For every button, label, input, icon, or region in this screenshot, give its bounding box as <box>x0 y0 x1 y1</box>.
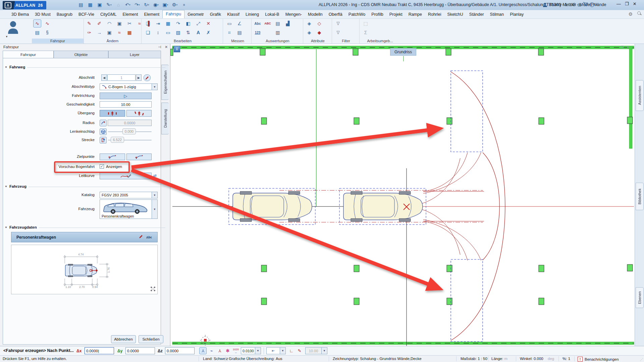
tab-baugrub[interactable]: Baugrub <box>54 11 75 18</box>
attribut-icon[interactable]: ◈ <box>305 19 313 27</box>
status-laenge[interactable]: Länge: m <box>491 357 507 361</box>
section-fahrzeugdaten[interactable]: ▼ Fahrzeugdaten <box>5 225 165 230</box>
text-icon[interactable]: A <box>194 28 202 37</box>
strecke-slider[interactable]: 6.522 <box>108 137 152 143</box>
duplizieren-icon[interactable]: ❏ <box>144 28 152 37</box>
abschnitt-edit-button[interactable] <box>144 74 151 81</box>
maximize-button[interactable]: ❐ <box>625 1 629 6</box>
tab-staender[interactable]: Ständer <box>466 11 487 18</box>
open-project-icon[interactable]: ▤ <box>77 1 85 8</box>
user-box[interactable]: Thierry Metzler ⊞ ? ▾ <box>543 2 597 7</box>
help-caret-icon[interactable]: ▾ <box>596 3 597 6</box>
strecke-messen-icon[interactable]: ⌗ <box>225 28 233 37</box>
abstand-icon[interactable]: ↕ <box>154 28 162 37</box>
anzeigen-checkbox[interactable]: ✓ <box>100 164 104 169</box>
tab-bcf-vie[interactable]: BCF-Vie <box>75 11 97 18</box>
tab-lokal-b[interactable]: Lokal-B <box>262 11 282 18</box>
fahrtrichtung-button[interactable]: ▷ <box>100 93 152 99</box>
stift-icon[interactable]: ✎ <box>85 19 93 27</box>
leitkurve-zuordnen-icon[interactable]: ⇄ <box>153 173 157 178</box>
drawing-canvas[interactable] <box>170 44 635 346</box>
anordnen-icon[interactable]: ▦ <box>164 19 172 27</box>
side-tab-darstellung[interactable]: Darstellung <box>161 103 169 134</box>
skizzier-icon[interactable]: ✎ <box>296 347 303 354</box>
search-ghost-icon[interactable]: ⌂ <box>115 1 122 8</box>
status-ueberschreibung[interactable]: Grafische Überschreibung: Aus <box>229 357 282 361</box>
fahrzeug-beschriften-icon[interactable]: A̲bc <box>146 236 152 239</box>
tab-stilman[interactable]: Stilman <box>487 11 507 18</box>
radius-pick-button[interactable] <box>100 120 107 126</box>
fahrspur-erzeugen-icon[interactable]: ∿ <box>33 19 41 27</box>
loeschen-icon[interactable]: ✕ <box>204 19 212 27</box>
tab-element-2[interactable]: Element <box>141 11 162 18</box>
info-icon[interactable]: i <box>174 46 180 52</box>
punkt-verfolgung-icon[interactable]: ⌁ <box>208 347 215 354</box>
bogen-icon[interactable]: ◠ <box>105 19 113 27</box>
status-land[interactable]: Land: Schweiz <box>203 357 228 361</box>
filter2-icon[interactable]: ∇ <box>334 28 342 37</box>
tab-klassif[interactable]: Klassif <box>224 11 243 18</box>
rahmen-icon[interactable]: ▭ <box>164 28 172 37</box>
tab-3d-bema[interactable]: 3D Bema <box>8 11 32 18</box>
tab-rampe[interactable]: Rampe <box>406 11 425 18</box>
tab-grafik[interactable]: Grafik <box>207 11 224 18</box>
tools-icon[interactable]: ⚙▾ <box>171 1 178 8</box>
viewport-close-icon[interactable]: ✕ <box>626 45 629 50</box>
abschnittstyp-dropdown[interactable]: C-Bogen 1-zügig ▼ <box>100 83 158 90</box>
abschnitt-prev-icon[interactable]: ◀ <box>101 74 107 81</box>
spur-icon[interactable]: Y <box>216 347 223 354</box>
ausrichten-icon[interactable]: ⇅ <box>184 28 192 37</box>
radius-input[interactable]: 0.0000 <box>108 120 152 126</box>
close-palette-icon[interactable]: ✕ <box>165 45 168 49</box>
vehicle-left[interactable] <box>233 191 312 222</box>
punkt-fang-icon[interactable]: ✻ <box>224 347 231 354</box>
linie-wandeln-icon[interactable]: ≈ <box>115 28 123 37</box>
lenkeinschlag-button[interactable] <box>100 128 107 135</box>
avatar-caret-icon[interactable]: ▼ <box>5 35 8 38</box>
drehen-icon[interactable]: ↷ <box>174 19 182 27</box>
tab-rohrlei[interactable]: Rohrlei <box>425 11 444 18</box>
page-copy-icon[interactable]: ▣▾ <box>162 1 169 8</box>
vehicle-right[interactable] <box>343 191 423 222</box>
close-button[interactable]: ✕ <box>633 1 637 6</box>
abbrechen-button[interactable]: Abbrechen <box>111 335 136 343</box>
uebergang-klothoide-button[interactable] <box>126 110 152 117</box>
abc-icon[interactable]: Abc <box>254 19 262 27</box>
fahrzeug-dropdown[interactable]: Personenkraftwagen ▼ <box>100 199 158 219</box>
dx-input[interactable]: 0.0000| <box>85 347 114 354</box>
diagramm-icon[interactable]: ▟ <box>284 19 292 27</box>
tab-mengen[interactable]: Mengen- <box>282 11 305 18</box>
connect-icon[interactable]: ⊞ <box>578 2 581 7</box>
struktur-icon[interactable]: ▦ <box>125 28 133 37</box>
edit-document-icon[interactable]: ✎▾ <box>105 1 113 8</box>
linienfang-dropdown[interactable]: ⇤▼ <box>266 347 286 354</box>
dz-input[interactable]: 0.0000 <box>165 347 195 354</box>
dropdown-caret-icon[interactable]: ▼ <box>152 200 157 219</box>
target-box-lower[interactable] <box>451 259 483 342</box>
uebernehmen-icon[interactable]: ▣ <box>115 19 123 27</box>
nummerieren-icon[interactable]: 123 <box>254 28 262 37</box>
zoom-fit-icon[interactable] <box>151 287 155 293</box>
dock-tab-assistenten[interactable]: Assistenten <box>636 80 644 111</box>
schliessen-button[interactable]: Schließen <box>139 335 163 343</box>
palette-tab-layer[interactable]: Layer <box>108 51 161 58</box>
normen-icon[interactable]: § <box>43 28 51 37</box>
fenster-icon[interactable]: ⬚ <box>362 19 370 27</box>
status-percent[interactable]: %: 1 <box>562 357 570 361</box>
beschriften-icon[interactable]: ABC <box>264 19 272 27</box>
volumen-icon[interactable]: ▧ <box>174 28 182 37</box>
side-tab-eigenschaften[interactable]: Eigenschaften <box>161 65 169 100</box>
dropdown-caret-icon[interactable]: ▼ <box>152 192 157 198</box>
abschnitt-next-icon[interactable]: ▶ <box>136 74 142 81</box>
zielpunkt-loeschen-button[interactable] <box>100 154 125 160</box>
status-zeichnungstyp[interactable]: Zeichnungstyp: Schalung - Grundriss Wänd… <box>333 357 422 361</box>
spiegeln-icon[interactable]: ◧ <box>184 19 192 27</box>
palette-tab-objekte[interactable]: Objekte <box>54 51 108 58</box>
shop-icon[interactable] <box>583 2 588 7</box>
tab-profilb[interactable]: Profilb <box>368 11 386 18</box>
raster-icon[interactable]: 1020↔ <box>232 347 239 354</box>
strecke-button[interactable] <box>100 137 107 143</box>
gear-icon[interactable]: ⚙ <box>628 11 633 17</box>
target-box-upper[interactable] <box>451 71 483 152</box>
dock-tab-bibliothek[interactable]: Bibliothek <box>636 183 644 210</box>
